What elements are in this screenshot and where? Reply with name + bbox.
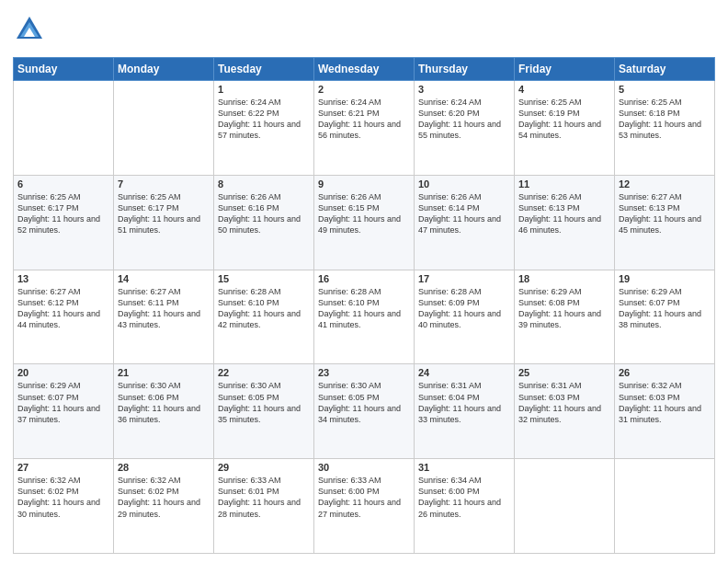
cell-info: Sunrise: 6:33 AMSunset: 6:00 PMDaylight:… bbox=[318, 476, 401, 518]
calendar-cell: 22Sunrise: 6:30 AMSunset: 6:05 PMDayligh… bbox=[214, 364, 314, 459]
weekday-header-tuesday: Tuesday bbox=[214, 58, 314, 81]
calendar-week-5: 27Sunrise: 6:32 AMSunset: 6:02 PMDayligh… bbox=[14, 459, 715, 554]
cell-info: Sunrise: 6:29 AMSunset: 6:07 PMDaylight:… bbox=[619, 287, 701, 329]
day-number: 15 bbox=[218, 273, 310, 284]
day-number: 4 bbox=[518, 84, 610, 95]
cell-info: Sunrise: 6:24 AMSunset: 6:21 PMDaylight:… bbox=[318, 98, 401, 140]
calendar-cell: 27Sunrise: 6:32 AMSunset: 6:02 PMDayligh… bbox=[14, 459, 114, 554]
day-number: 11 bbox=[518, 178, 610, 190]
cell-info: Sunrise: 6:32 AMSunset: 6:03 PMDaylight:… bbox=[619, 381, 701, 423]
logo bbox=[13, 13, 46, 50]
day-number: 28 bbox=[118, 462, 210, 473]
day-number: 3 bbox=[418, 84, 510, 95]
cell-info: Sunrise: 6:24 AMSunset: 6:20 PMDaylight:… bbox=[418, 98, 501, 140]
day-number: 7 bbox=[118, 178, 210, 190]
cell-info: Sunrise: 6:26 AMSunset: 6:16 PMDaylight:… bbox=[218, 192, 301, 235]
calendar-week-3: 13Sunrise: 6:27 AMSunset: 6:12 PMDayligh… bbox=[14, 270, 715, 364]
calendar-cell: 29Sunrise: 6:33 AMSunset: 6:01 PMDayligh… bbox=[214, 459, 314, 554]
cell-info: Sunrise: 6:26 AMSunset: 6:14 PMDaylight:… bbox=[418, 192, 501, 235]
cell-info: Sunrise: 6:25 AMSunset: 6:17 PMDaylight:… bbox=[17, 192, 100, 235]
day-number: 14 bbox=[118, 273, 210, 284]
weekday-header-friday: Friday bbox=[515, 58, 615, 81]
calendar-cell: 2Sunrise: 6:24 AMSunset: 6:21 PMDaylight… bbox=[314, 81, 415, 176]
calendar-table: SundayMondayTuesdayWednesdayThursdayFrid… bbox=[13, 57, 715, 554]
day-number: 24 bbox=[418, 367, 510, 378]
calendar-cell: 1Sunrise: 6:24 AMSunset: 6:22 PMDaylight… bbox=[214, 81, 314, 176]
calendar-cell: 26Sunrise: 6:32 AMSunset: 6:03 PMDayligh… bbox=[615, 364, 715, 459]
cell-info: Sunrise: 6:25 AMSunset: 6:19 PMDaylight:… bbox=[518, 98, 601, 140]
calendar-cell: 4Sunrise: 6:25 AMSunset: 6:19 PMDaylight… bbox=[515, 81, 615, 176]
calendar-cell: 3Sunrise: 6:24 AMSunset: 6:20 PMDaylight… bbox=[415, 81, 515, 176]
calendar-cell: 9Sunrise: 6:26 AMSunset: 6:15 PMDaylight… bbox=[314, 175, 415, 270]
calendar-cell: 14Sunrise: 6:27 AMSunset: 6:11 PMDayligh… bbox=[114, 270, 214, 364]
day-number: 26 bbox=[619, 367, 711, 378]
calendar-cell: 10Sunrise: 6:26 AMSunset: 6:14 PMDayligh… bbox=[415, 175, 515, 270]
cell-info: Sunrise: 6:29 AMSunset: 6:08 PMDaylight:… bbox=[518, 287, 601, 329]
cell-info: Sunrise: 6:32 AMSunset: 6:02 PMDaylight:… bbox=[17, 476, 100, 518]
calendar-cell: 25Sunrise: 6:31 AMSunset: 6:03 PMDayligh… bbox=[515, 364, 615, 459]
cell-info: Sunrise: 6:27 AMSunset: 6:13 PMDaylight:… bbox=[619, 192, 701, 235]
calendar-cell: 13Sunrise: 6:27 AMSunset: 6:12 PMDayligh… bbox=[14, 270, 114, 364]
cell-info: Sunrise: 6:24 AMSunset: 6:22 PMDaylight:… bbox=[218, 98, 301, 140]
cell-info: Sunrise: 6:31 AMSunset: 6:03 PMDaylight:… bbox=[518, 381, 601, 423]
day-number: 23 bbox=[318, 367, 410, 378]
day-number: 10 bbox=[418, 178, 510, 190]
weekday-header-thursday: Thursday bbox=[415, 58, 515, 81]
cell-info: Sunrise: 6:27 AMSunset: 6:12 PMDaylight:… bbox=[17, 287, 100, 329]
calendar-cell: 23Sunrise: 6:30 AMSunset: 6:05 PMDayligh… bbox=[314, 364, 415, 459]
cell-info: Sunrise: 6:26 AMSunset: 6:15 PMDaylight:… bbox=[318, 192, 401, 235]
day-number: 27 bbox=[17, 462, 109, 473]
calendar-cell: 8Sunrise: 6:26 AMSunset: 6:16 PMDaylight… bbox=[214, 175, 314, 270]
calendar-cell: 21Sunrise: 6:30 AMSunset: 6:06 PMDayligh… bbox=[114, 364, 214, 459]
calendar-cell: 18Sunrise: 6:29 AMSunset: 6:08 PMDayligh… bbox=[515, 270, 615, 364]
day-number: 5 bbox=[619, 84, 711, 95]
day-number: 20 bbox=[17, 367, 109, 378]
calendar-week-1: 1Sunrise: 6:24 AMSunset: 6:22 PMDaylight… bbox=[14, 81, 715, 176]
day-number: 21 bbox=[118, 367, 210, 378]
logo-icon bbox=[13, 13, 46, 50]
cell-info: Sunrise: 6:30 AMSunset: 6:06 PMDaylight:… bbox=[118, 381, 200, 423]
calendar-cell bbox=[14, 81, 114, 176]
day-number: 1 bbox=[218, 84, 310, 95]
day-number: 13 bbox=[17, 273, 109, 284]
calendar-cell: 31Sunrise: 6:34 AMSunset: 6:00 PMDayligh… bbox=[415, 459, 515, 554]
day-number: 6 bbox=[17, 178, 109, 190]
calendar-cell: 28Sunrise: 6:32 AMSunset: 6:02 PMDayligh… bbox=[114, 459, 214, 554]
calendar-cell: 12Sunrise: 6:27 AMSunset: 6:13 PMDayligh… bbox=[615, 175, 715, 270]
cell-info: Sunrise: 6:34 AMSunset: 6:00 PMDaylight:… bbox=[418, 476, 501, 518]
cell-info: Sunrise: 6:25 AMSunset: 6:18 PMDaylight:… bbox=[619, 98, 701, 140]
day-number: 31 bbox=[418, 462, 510, 473]
header bbox=[13, 9, 715, 50]
day-number: 29 bbox=[218, 462, 310, 473]
day-number: 22 bbox=[218, 367, 310, 378]
day-number: 2 bbox=[318, 84, 410, 95]
day-number: 30 bbox=[318, 462, 410, 473]
calendar-cell: 19Sunrise: 6:29 AMSunset: 6:07 PMDayligh… bbox=[615, 270, 715, 364]
day-number: 9 bbox=[318, 178, 410, 190]
cell-info: Sunrise: 6:28 AMSunset: 6:09 PMDaylight:… bbox=[418, 287, 501, 329]
calendar-cell bbox=[114, 81, 214, 176]
day-number: 12 bbox=[619, 178, 711, 190]
day-number: 17 bbox=[418, 273, 510, 284]
cell-info: Sunrise: 6:33 AMSunset: 6:01 PMDaylight:… bbox=[218, 476, 301, 518]
calendar-cell: 15Sunrise: 6:28 AMSunset: 6:10 PMDayligh… bbox=[214, 270, 314, 364]
cell-info: Sunrise: 6:28 AMSunset: 6:10 PMDaylight:… bbox=[318, 287, 401, 329]
calendar-cell: 16Sunrise: 6:28 AMSunset: 6:10 PMDayligh… bbox=[314, 270, 415, 364]
calendar-cell: 5Sunrise: 6:25 AMSunset: 6:18 PMDaylight… bbox=[615, 81, 715, 176]
calendar-cell bbox=[515, 459, 615, 554]
calendar-cell: 20Sunrise: 6:29 AMSunset: 6:07 PMDayligh… bbox=[14, 364, 114, 459]
calendar-cell: 7Sunrise: 6:25 AMSunset: 6:17 PMDaylight… bbox=[114, 175, 214, 270]
cell-info: Sunrise: 6:29 AMSunset: 6:07 PMDaylight:… bbox=[17, 381, 100, 423]
calendar-cell: 6Sunrise: 6:25 AMSunset: 6:17 PMDaylight… bbox=[14, 175, 114, 270]
calendar-cell: 24Sunrise: 6:31 AMSunset: 6:04 PMDayligh… bbox=[415, 364, 515, 459]
cell-info: Sunrise: 6:30 AMSunset: 6:05 PMDaylight:… bbox=[318, 381, 401, 423]
cell-info: Sunrise: 6:31 AMSunset: 6:04 PMDaylight:… bbox=[418, 381, 501, 423]
weekday-header-sunday: Sunday bbox=[14, 58, 114, 81]
calendar-week-4: 20Sunrise: 6:29 AMSunset: 6:07 PMDayligh… bbox=[14, 364, 715, 459]
day-number: 16 bbox=[318, 273, 410, 284]
day-number: 8 bbox=[218, 178, 310, 190]
cell-info: Sunrise: 6:28 AMSunset: 6:10 PMDaylight:… bbox=[218, 287, 301, 329]
cell-info: Sunrise: 6:30 AMSunset: 6:05 PMDaylight:… bbox=[218, 381, 301, 423]
calendar-cell bbox=[615, 459, 715, 554]
cell-info: Sunrise: 6:26 AMSunset: 6:13 PMDaylight:… bbox=[518, 192, 601, 235]
